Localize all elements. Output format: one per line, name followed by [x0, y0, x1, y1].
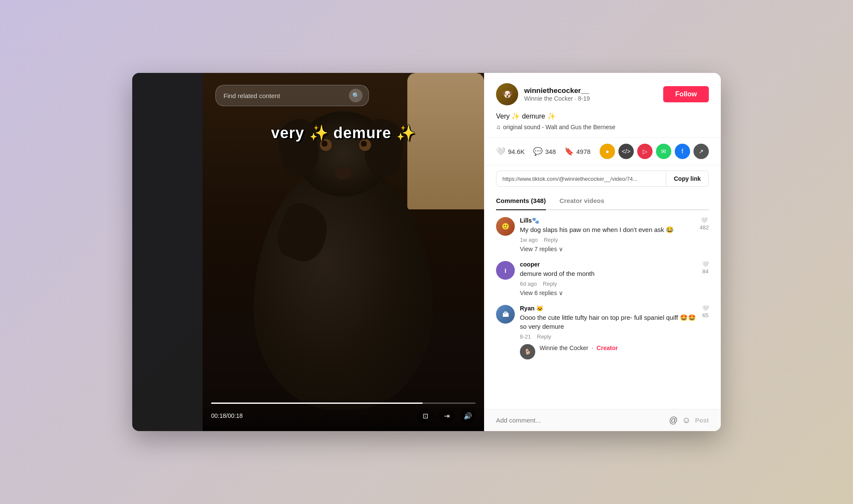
comment-body-2: cooper demure word of the month 6d ago R… [520, 261, 697, 296]
emoji-icon[interactable]: ☺ [682, 415, 691, 425]
dog-paw [271, 199, 334, 267]
captions-button[interactable]: ⊡ [418, 408, 433, 423]
comment-like-2[interactable]: 🤍 84 [702, 261, 709, 296]
likes-stat[interactable]: 🤍 94.6K [496, 147, 525, 156]
bookmark-icon: 🔖 [564, 147, 574, 156]
copy-link-button[interactable]: Copy link [666, 171, 708, 186]
left-dark-panel [132, 73, 203, 431]
music-icon: ♫ [496, 124, 501, 130]
bookmarks-count: 4978 [576, 148, 590, 155]
user-subinfo: Winnie the Cocker · 8-19 [524, 95, 590, 102]
comment-item: 🙂 Lills🐾 My dog slaps his paw on me when… [496, 217, 709, 252]
comment-body-1: Lills🐾 My dog slaps his paw on me when I… [520, 217, 694, 252]
view-replies-2[interactable]: View 6 replies ∨ [520, 290, 697, 296]
comments-stat[interactable]: 💬 348 [533, 147, 556, 156]
comment-item-3: 🏔 Ryan 🐱 Oooo the cute little tufty hair… [496, 305, 709, 359]
tabs-row: Comments (348) Creator videos [496, 192, 709, 210]
progress-fill [211, 403, 423, 404]
comment-meta-1: 1w ago Reply [520, 237, 694, 243]
likes-count: 94.6K [508, 148, 525, 155]
info-header: 🐶 winniethecocker__ Winnie the Cocker · … [484, 73, 721, 138]
share-more[interactable]: ↗ [693, 144, 709, 159]
control-icons: ⊡ ⇥ 🔊 [418, 408, 476, 423]
comment-body-3: Ryan 🐱 Oooo the cute little tufty hair o… [520, 305, 697, 359]
nested-reply: 🐕 Winnie the Cocker · Creator [520, 344, 697, 359]
comment-item-2: I cooper demure word of the month 6d ago… [496, 261, 709, 296]
comment-like-3[interactable]: 🤍 65 [702, 305, 709, 359]
user-details: winniethecocker__ Winnie the Cocker · 8-… [524, 87, 590, 102]
reply-button-2[interactable]: Reply [543, 281, 557, 287]
nested-avatar: 🐕 [520, 344, 535, 359]
comments-section: 🙂 Lills🐾 My dog slaps his paw on me when… [484, 210, 721, 409]
comment-text-1: My dog slaps his paw on me when I don't … [520, 225, 694, 234]
comment-time-3: 8-21 [520, 333, 531, 340]
post-button[interactable]: Post [695, 417, 709, 424]
user-row: 🐶 winniethecocker__ Winnie the Cocker · … [496, 83, 709, 105]
video-background: Find related content 🔍 very ✨ demure ✨ 0… [203, 73, 484, 431]
follow-button[interactable]: Follow [663, 86, 709, 102]
comments-count: 348 [545, 148, 556, 155]
comment-text-2: demure word of the month [520, 269, 697, 278]
info-panel: 🐶 winniethecocker__ Winnie the Cocker · … [484, 73, 721, 431]
like-icon-1: 🤍 [701, 217, 708, 223]
sound-info[interactable]: ♫ original sound - Walt and Gus the Bern… [496, 124, 709, 130]
reply-button-3[interactable]: Reply [537, 333, 551, 340]
tab-creator-videos[interactable]: Creator videos [560, 192, 604, 210]
share-icons: ● </> ▷ ✉ f ↗ [600, 144, 709, 159]
avatar: 🐶 [496, 83, 518, 105]
progress-track[interactable] [211, 403, 476, 404]
volume-button[interactable]: 🔊 [460, 408, 476, 423]
dog-nose [335, 168, 352, 180]
tab-comments[interactable]: Comments (348) [496, 192, 546, 210]
like-count-2: 84 [702, 268, 708, 275]
comment-time-2: 6d ago [520, 281, 537, 287]
video-caption: Very ✨ demure ✨ [496, 112, 709, 120]
comment-time-1: 1w ago [520, 237, 538, 243]
share-icon-3[interactable]: ▷ [637, 144, 653, 159]
comment-avatar-2: I [496, 261, 515, 280]
comment-text-3: Oooo the cute little tufty hair on top p… [520, 313, 697, 331]
comment-username-1: Lills🐾 [520, 217, 694, 224]
video-text-overlay: very ✨ demure ✨ [271, 124, 415, 142]
like-icon-2: 🤍 [702, 261, 709, 267]
comment-meta-3: 8-21 Reply [520, 333, 697, 340]
airplay-button[interactable]: ⇥ [439, 408, 454, 423]
share-whatsapp[interactable]: ✉ [656, 144, 671, 159]
search-bar[interactable]: Find related content 🔍 [215, 85, 369, 106]
share-facebook[interactable]: f [675, 144, 690, 159]
heart-icon: 🤍 [496, 147, 505, 156]
like-count-1: 482 [699, 224, 709, 231]
video-panel: Find related content 🔍 very ✨ demure ✨ 0… [203, 73, 484, 431]
video-controls: 00:18/00:18 ⊡ ⇥ 🔊 [203, 397, 484, 431]
share-icon-1[interactable]: ● [600, 144, 615, 159]
time-display: 00:18/00:18 [211, 412, 243, 419]
dog-body [254, 162, 433, 410]
nested-username: Winnie the Cocker · Creator [540, 345, 618, 351]
like-icon-3: 🤍 [702, 305, 709, 311]
comment-icon: 💬 [533, 147, 543, 156]
user-info: 🐶 winniethecocker__ Winnie the Cocker · … [496, 83, 590, 105]
share-icon-2[interactable]: </> [618, 144, 634, 159]
bookmarks-stat[interactable]: 🔖 4978 [564, 147, 590, 156]
link-row: https://www.tiktok.com/@winniethecocker_… [496, 171, 709, 187]
comment-input-row: @ ☺ Post [484, 409, 721, 431]
search-bar-label: Find related content [223, 92, 345, 99]
comment-username-3: Ryan 🐱 [520, 305, 697, 312]
comment-like-1[interactable]: 🤍 482 [699, 217, 709, 252]
search-icon[interactable]: 🔍 [349, 89, 363, 102]
video-caption-overlay: very ✨ demure ✨ [271, 124, 415, 142]
comment-input[interactable] [496, 417, 665, 424]
comment-avatar-1: 🙂 [496, 217, 515, 236]
sound-name: original sound - Walt and Gus the Bernes… [503, 124, 615, 130]
view-replies-1[interactable]: View 7 replies ∨ [520, 246, 694, 252]
reply-button-1[interactable]: Reply [544, 237, 558, 243]
comment-avatar-3: 🏔 [496, 305, 515, 324]
link-url: https://www.tiktok.com/@winniethecocker_… [496, 171, 666, 186]
comment-username-2: cooper [520, 261, 697, 268]
comment-meta-2: 6d ago Reply [520, 281, 697, 287]
stats-row: 🤍 94.6K 💬 348 🔖 4978 ● </> ▷ ✉ f ↗ [484, 138, 721, 165]
creator-tag: Creator [597, 345, 618, 351]
like-count-3: 65 [702, 312, 708, 319]
username: winniethecocker__ [524, 87, 590, 95]
at-icon[interactable]: @ [669, 415, 678, 425]
